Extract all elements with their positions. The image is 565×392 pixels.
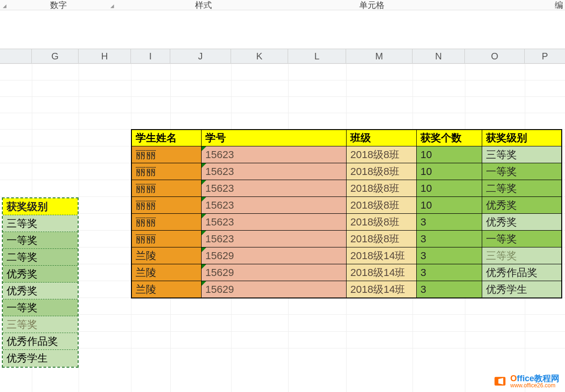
table-row: 丽丽 15623 2018级8班 3 一等奖	[131, 231, 562, 247]
cell-name[interactable]: 兰陵	[131, 281, 202, 298]
watermark-title: Office教程网	[510, 374, 559, 383]
watermark: Office教程网 www.office26.com	[493, 374, 559, 388]
table-row: 兰陵 15629 2018级14班 3 优秀作品奖	[131, 264, 562, 281]
cell-class[interactable]: 2018级8班	[347, 231, 417, 247]
cell-name[interactable]: 兰陵	[131, 264, 202, 281]
col-header-J[interactable]: J	[170, 49, 231, 63]
ribbon-group-cells[interactable]: 单元格	[290, 0, 454, 11]
col-header-K[interactable]: K	[231, 49, 288, 63]
cell-class[interactable]: 2018级8班	[347, 180, 417, 197]
col-header-H[interactable]: H	[79, 49, 131, 63]
cell-award[interactable]: 优秀奖	[482, 197, 562, 214]
col-header-N[interactable]: N	[413, 49, 465, 63]
header-award[interactable]: 获奖级别	[482, 130, 562, 146]
col-header-L[interactable]: L	[288, 49, 346, 63]
cell-name[interactable]: 丽丽	[131, 214, 202, 231]
col-header-I[interactable]: I	[131, 49, 170, 63]
table-row: 兰陵 15629 2018级14班 3 三等奖	[131, 247, 562, 264]
list-item[interactable]: 优秀奖	[3, 283, 78, 299]
list-item[interactable]: 优秀作品奖	[3, 333, 78, 350]
cell-id[interactable]: 15623	[202, 163, 347, 180]
ribbon-group-editing[interactable]: 编	[454, 0, 565, 11]
table-row: 丽丽 15623 2018级8班 10 二等奖	[131, 180, 562, 197]
cell-name[interactable]: 丽丽	[131, 180, 202, 197]
list-item[interactable]: 三等奖	[3, 316, 78, 333]
copied-range[interactable]: 获奖级别 三等奖 一等奖 二等奖 优秀奖 优秀奖 一等奖 三等奖 优秀作品奖 优…	[2, 197, 79, 368]
cell-id[interactable]: 15629	[202, 247, 347, 264]
office-logo-icon	[493, 375, 507, 388]
cell-id[interactable]: 15629	[202, 281, 347, 298]
cell-id[interactable]: 15623	[202, 180, 347, 197]
left-header[interactable]: 获奖级别	[3, 198, 78, 215]
list-item[interactable]: 一等奖	[3, 232, 78, 249]
cell-class[interactable]: 2018级8班	[347, 214, 417, 231]
cell-count[interactable]: 3	[417, 247, 482, 264]
col-header-M[interactable]: M	[346, 49, 413, 63]
dialog-launcher-icon[interactable]: ◢	[108, 3, 117, 8]
cell-name[interactable]: 丽丽	[131, 146, 202, 163]
cell-name[interactable]: 丽丽	[131, 197, 202, 214]
cell-award[interactable]: 三等奖	[482, 247, 562, 264]
table-header-row: 学生姓名 学号 班级 获奖个数 获奖级别	[131, 130, 562, 146]
cell-award[interactable]: 二等奖	[482, 180, 562, 197]
cell-class[interactable]: 2018级8班	[347, 146, 417, 163]
cell-award[interactable]: 三等奖	[482, 146, 562, 163]
col-header-G[interactable]: G	[32, 49, 79, 63]
table-row: 丽丽 15623 2018级8班 10 一等奖	[131, 163, 562, 180]
cell-class[interactable]: 2018级14班	[347, 281, 417, 298]
cell-count[interactable]: 10	[417, 146, 482, 163]
cell-award[interactable]: 一等奖	[482, 163, 562, 180]
cell-class[interactable]: 2018级14班	[347, 264, 417, 281]
list-item[interactable]: 三等奖	[3, 215, 78, 232]
list-item[interactable]: 优秀学生	[3, 350, 78, 367]
cell-class[interactable]: 2018级8班	[347, 163, 417, 180]
cell-award[interactable]: 一等奖	[482, 231, 562, 247]
cell-id[interactable]: 15623	[202, 214, 347, 231]
table-row: 丽丽 15623 2018级8班 10 优秀奖	[131, 197, 562, 214]
ribbon-group-styles[interactable]: 样式	[117, 0, 290, 11]
cell-award[interactable]: 优秀奖	[482, 214, 562, 231]
cell-award[interactable]: 优秀作品奖	[482, 264, 562, 281]
col-header-P[interactable]: P	[525, 49, 565, 63]
main-table[interactable]: 学生姓名 学号 班级 获奖个数 获奖级别 丽丽 15623 2018级8班 10…	[131, 129, 562, 298]
ribbon-group-labels: ◢ 数字 ◢ 样式 单元格 编	[0, 0, 565, 10]
table-row: 兰陵 15629 2018级14班 3 优秀学生	[131, 281, 562, 298]
header-id[interactable]: 学号	[202, 130, 347, 146]
header-class[interactable]: 班级	[347, 130, 417, 146]
list-item[interactable]: 一等奖	[3, 299, 78, 316]
cell-count[interactable]: 3	[417, 214, 482, 231]
cell-count[interactable]: 10	[417, 163, 482, 180]
cell-name[interactable]: 丽丽	[131, 163, 202, 180]
cell-count[interactable]: 3	[417, 281, 482, 298]
ribbon-group-number[interactable]: 数字	[9, 0, 108, 11]
cell-count[interactable]: 10	[417, 180, 482, 197]
list-item[interactable]: 优秀奖	[3, 266, 78, 283]
list-item[interactable]: 二等奖	[3, 249, 78, 266]
worksheet[interactable]: 获奖级别 三等奖 一等奖 二等奖 优秀奖 优秀奖 一等奖 三等奖 优秀作品奖 优…	[0, 64, 565, 392]
cell-id[interactable]: 15629	[202, 264, 347, 281]
col-header-F[interactable]	[0, 49, 32, 63]
header-name[interactable]: 学生姓名	[131, 130, 202, 146]
watermark-url: www.office26.com	[510, 383, 559, 388]
column-headers[interactable]: G H I J K L M N O P	[0, 49, 565, 64]
dialog-launcher-icon[interactable]: ◢	[0, 3, 9, 8]
table-row: 丽丽 15623 2018级8班 3 优秀奖	[131, 214, 562, 231]
cell-award[interactable]: 优秀学生	[482, 281, 562, 298]
cell-count[interactable]: 3	[417, 231, 482, 247]
cell-id[interactable]: 15623	[202, 231, 347, 247]
cell-name[interactable]: 丽丽	[131, 231, 202, 247]
header-count[interactable]: 获奖个数	[417, 130, 482, 146]
col-header-O[interactable]: O	[465, 49, 525, 63]
cell-id[interactable]: 15623	[202, 146, 347, 163]
cell-count[interactable]: 10	[417, 197, 482, 214]
cell-id[interactable]: 15623	[202, 197, 347, 214]
cell-class[interactable]: 2018级8班	[347, 197, 417, 214]
table-row: 丽丽 15623 2018级8班 10 三等奖	[131, 146, 562, 163]
cell-name[interactable]: 兰陵	[131, 247, 202, 264]
cell-class[interactable]: 2018级14班	[347, 247, 417, 264]
cell-count[interactable]: 3	[417, 264, 482, 281]
